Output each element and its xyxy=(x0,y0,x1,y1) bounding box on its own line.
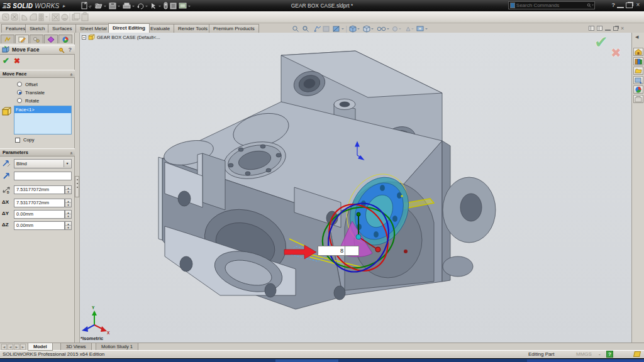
last-tab-arrow-icon[interactable]: ▶ xyxy=(20,344,26,350)
translate-radio[interactable] xyxy=(17,90,22,95)
tag-icon[interactable] xyxy=(633,351,641,357)
tab-configuration-manager[interactable] xyxy=(30,35,43,43)
search-magnifier-icon[interactable] xyxy=(586,2,594,9)
delta-x-spinner[interactable]: ▴▾ xyxy=(65,199,72,207)
cancel-icon[interactable]: ✖ xyxy=(14,57,20,65)
tab-display-manager[interactable] xyxy=(58,35,72,43)
solidworks-resources-icon[interactable] xyxy=(633,48,643,56)
next-tab-arrow-icon[interactable]: ▶ xyxy=(14,344,19,350)
parameters-group-header[interactable]: Parameters « xyxy=(0,148,75,156)
keep-visible-pin-icon[interactable] xyxy=(58,47,65,53)
apply-scene-icon xyxy=(406,27,410,31)
taskbar-segment xyxy=(275,359,338,362)
help-icon[interactable]: ? xyxy=(612,2,616,8)
panel-help-icon[interactable]: ? xyxy=(69,47,72,53)
restore-button[interactable] xyxy=(626,3,633,8)
selected-face-item[interactable]: Face<1> xyxy=(14,106,71,113)
confirm-cancel-icon[interactable]: ✖ xyxy=(611,45,621,60)
end-condition-dropdown[interactable]: Blind ▾ xyxy=(14,159,72,168)
tab-surfaces[interactable]: Surfaces xyxy=(48,24,77,33)
dropdown-caret-icon[interactable]: ▾ xyxy=(64,160,70,167)
prev-tab-arrow-icon[interactable]: ◀ xyxy=(8,344,13,350)
hide-show-items-icon[interactable] xyxy=(377,27,386,31)
rotate-radio[interactable] xyxy=(17,98,22,103)
callout-value-field[interactable]: 8 xyxy=(318,246,345,256)
ok-icon[interactable]: ✔ xyxy=(3,56,9,65)
offset-radio-row[interactable]: Offset xyxy=(17,80,38,88)
distance-spinner[interactable]: ▴▾ xyxy=(65,185,72,194)
delta-y-field[interactable]: 0.00mm xyxy=(14,210,65,219)
zoom-fit-icon[interactable] xyxy=(293,26,299,32)
command-search[interactable] xyxy=(508,1,595,9)
copy-checkbox-row[interactable]: Copy xyxy=(15,136,35,143)
open-file-icon[interactable] xyxy=(96,4,102,8)
file-explorer-icon[interactable] xyxy=(633,67,643,75)
search-input[interactable] xyxy=(516,3,586,8)
graphics-viewport[interactable]: Y X Z + GEAR BOX CASE (Default<... ✔ ✖ xyxy=(80,33,631,343)
new-file-icon[interactable] xyxy=(82,3,87,9)
tab-model[interactable]: Model xyxy=(28,343,53,351)
collapse-icon[interactable]: « xyxy=(67,152,75,155)
tab-feature-manager[interactable] xyxy=(1,35,14,43)
confirm-ok-icon[interactable]: ✔ xyxy=(594,33,608,52)
view-orientation-icon[interactable] xyxy=(350,26,356,32)
doc-close-icon[interactable]: × xyxy=(621,26,624,31)
splitter-handle[interactable] xyxy=(75,176,79,197)
design-library-icon[interactable] xyxy=(633,57,643,65)
undo-icon[interactable] xyxy=(137,4,143,9)
callout-unit-field[interactable] xyxy=(345,246,359,256)
tab-premium-products[interactable]: Premium Products xyxy=(209,24,259,33)
units-text[interactable]: MMGS xyxy=(576,351,592,357)
doc-restore-icon[interactable] xyxy=(613,26,618,31)
tab-sketch[interactable]: Sketch xyxy=(25,24,49,33)
tab-render-tools[interactable]: Render Tools xyxy=(174,24,212,33)
move-face-group-header[interactable]: Move Face « xyxy=(0,70,75,78)
options-icon[interactable] xyxy=(170,3,176,9)
direction-reference-field[interactable] xyxy=(14,172,72,180)
minimize-button[interactable] xyxy=(617,3,624,8)
delta-x-field[interactable]: 7.53177072mm xyxy=(14,199,65,207)
rebuild-icon[interactable] xyxy=(164,3,167,9)
distance-field[interactable]: 7.53177072mm xyxy=(14,185,65,194)
pattern-icon xyxy=(39,14,43,21)
task-pane-expand-icon[interactable]: ◀ xyxy=(635,35,638,40)
zoom-area-icon[interactable] xyxy=(303,26,309,32)
delta-z-spinner[interactable]: ▴▾ xyxy=(65,221,72,230)
print-icon[interactable] xyxy=(123,3,130,8)
menu-expand-icon[interactable]: ▸ xyxy=(63,3,65,9)
rotate-radio-row[interactable]: Rotate xyxy=(17,97,39,104)
display-style-icon[interactable] xyxy=(364,26,370,32)
collapse-icon[interactable]: « xyxy=(67,74,75,76)
tree-expand-icon[interactable]: + xyxy=(82,35,86,40)
pane-split-icon[interactable] xyxy=(589,26,594,31)
doc-minimize-icon[interactable] xyxy=(605,26,611,31)
save-icon[interactable] xyxy=(109,3,116,9)
tab-sheet-metal[interactable]: Sheet Metal xyxy=(75,24,111,33)
tab-direct-editing[interactable]: Direct Editing xyxy=(108,23,150,33)
first-tab-arrow-icon[interactable]: ◀ xyxy=(1,344,7,350)
view-palette-icon[interactable] xyxy=(633,76,643,84)
tab-evaluate[interactable]: Evaluate xyxy=(146,24,174,33)
section-view-icon[interactable] xyxy=(333,26,339,31)
translate-radio-row[interactable]: Translate xyxy=(17,89,45,96)
display-settings-icon[interactable] xyxy=(179,3,186,8)
delta-z-field[interactable]: 0.00mm xyxy=(14,221,65,230)
pane-single-icon[interactable] xyxy=(597,26,602,31)
part-tree-label[interactable]: GEAR BOX CASE (Default<... xyxy=(97,35,160,40)
magnifying-glass-icon[interactable] xyxy=(314,26,321,31)
face-selection-listbox[interactable]: Face<1> xyxy=(14,106,72,134)
tab-dimxpert-manager[interactable] xyxy=(44,35,58,43)
panel-splitter[interactable] xyxy=(75,33,80,343)
appearances-icon[interactable] xyxy=(633,85,643,94)
delta-y-spinner[interactable]: ▴▾ xyxy=(65,210,72,219)
flyout-feature-tree[interactable]: + GEAR BOX CASE (Default<... xyxy=(82,34,160,40)
custom-properties-icon[interactable] xyxy=(633,95,643,103)
tab-property-manager[interactable] xyxy=(15,35,29,43)
select-cursor-icon[interactable] xyxy=(152,3,155,9)
close-button[interactable]: × xyxy=(635,3,641,8)
move-distance-callout[interactable]: 8 xyxy=(318,246,359,256)
view-settings-icon[interactable] xyxy=(417,26,423,31)
offset-radio[interactable] xyxy=(17,82,22,87)
copy-checkbox[interactable] xyxy=(15,138,20,143)
quick-tips-icon[interactable]: ? xyxy=(606,351,613,358)
